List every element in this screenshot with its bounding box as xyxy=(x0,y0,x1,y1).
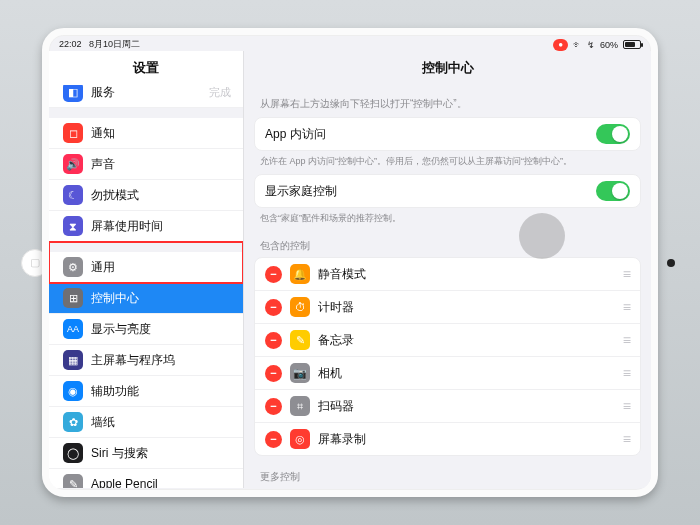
toggle-in-app[interactable] xyxy=(596,124,630,144)
toggle-row-home[interactable]: 显示家庭控制 xyxy=(255,175,640,207)
sidebar-title: 设置 xyxy=(49,51,243,85)
control-icon: 📷 xyxy=(290,363,310,383)
reorder-grip-icon[interactable]: ≡ xyxy=(623,398,630,414)
sidebar-item-control-center[interactable]: ⊞ 控制中心 xyxy=(49,283,243,314)
settings-sidebar: 设置 ◧ 服务 完成 ◻ 通知 🔊 声音 ☾ 勿扰模式 xyxy=(49,51,244,488)
control-row[interactable]: −⏱计时器≡ xyxy=(255,291,640,324)
sidebar-item-home-dock[interactable]: ▦ 主屏幕与程序坞 xyxy=(49,345,243,376)
siri-icon: ◯ xyxy=(63,443,83,463)
screentime-icon: ⧗ xyxy=(63,216,83,236)
sidebar-item-pencil[interactable]: ✎ Apple Pencil xyxy=(49,469,243,488)
control-row[interactable]: −📷相机≡ xyxy=(255,357,640,390)
home-dock-icon: ▦ xyxy=(63,350,83,370)
control-row[interactable]: −⌗扫码器≡ xyxy=(255,390,640,423)
control-icon: ✎ xyxy=(290,330,310,350)
ipad-camera xyxy=(667,259,675,267)
wifi-icon: ᯤ xyxy=(573,40,582,50)
control-label: 扫码器 xyxy=(318,398,615,415)
wallpaper-icon: ✿ xyxy=(63,412,83,432)
intro-text: 从屏幕右上方边缘向下轻扫以打开“控制中心”。 xyxy=(244,85,651,117)
home-footnote: 包含“家庭”配件和场景的推荐控制。 xyxy=(244,208,651,225)
reorder-grip-icon[interactable]: ≡ xyxy=(623,431,630,447)
control-center-icon: ⊞ xyxy=(63,288,83,308)
sidebar-item-general[interactable]: ⚙ 通用 xyxy=(49,242,243,283)
screen: 22:02 8月10日周二 ● ᯤ ↯ 60% 设置 ◧ 服务 完成 ◻ xyxy=(42,28,658,497)
control-label: 相机 xyxy=(318,365,615,382)
status-bar: 22:02 8月10日周二 ● ᯤ ↯ 60% xyxy=(49,35,651,51)
control-label: 备忘录 xyxy=(318,332,615,349)
detail-title: 控制中心 xyxy=(244,51,651,85)
reorder-grip-icon[interactable]: ≡ xyxy=(623,299,630,315)
battery-pct: 60% xyxy=(600,40,618,50)
sidebar-item-screentime[interactable]: ⧗ 屏幕使用时间 xyxy=(49,211,243,242)
reorder-grip-icon[interactable]: ≡ xyxy=(623,266,630,282)
toggle-row-in-app[interactable]: App 内访问 xyxy=(255,118,640,150)
sidebar-item-display[interactable]: AA 显示与亮度 xyxy=(49,314,243,345)
screen-record-indicator[interactable]: ● xyxy=(553,39,568,51)
reorder-grip-icon[interactable]: ≡ xyxy=(623,332,630,348)
sidebar-item-notifications[interactable]: ◻ 通知 xyxy=(49,108,243,149)
in-app-footnote: 允许在 App 内访问“控制中心”。停用后，您仍然可以从主屏幕访问“控制中心”。 xyxy=(244,151,651,168)
general-icon: ⚙ xyxy=(63,257,83,277)
control-icon: ⏱ xyxy=(290,297,310,317)
control-label: 静音模式 xyxy=(318,266,615,283)
touch-cursor xyxy=(519,213,565,259)
control-row[interactable]: −✎备忘录≡ xyxy=(255,324,640,357)
control-row[interactable]: −🔔静音模式≡ xyxy=(255,258,640,291)
control-label: 计时器 xyxy=(318,299,615,316)
control-icon: ◎ xyxy=(290,429,310,449)
status-time: 22:02 xyxy=(59,39,82,49)
control-icon: ⌗ xyxy=(290,396,310,416)
control-label: 屏幕录制 xyxy=(318,431,615,448)
pencil-icon: ✎ xyxy=(63,474,83,488)
bluetooth-icon: ↯ xyxy=(587,40,595,50)
remove-control-button[interactable]: − xyxy=(265,398,282,415)
remove-control-button[interactable]: − xyxy=(265,332,282,349)
reorder-grip-icon[interactable]: ≡ xyxy=(623,365,630,381)
status-date: 8月10日周二 xyxy=(89,39,140,49)
sidebar-item-dnd[interactable]: ☾ 勿扰模式 xyxy=(49,180,243,211)
sidebar-item-wallpaper[interactable]: ✿ 墙纸 xyxy=(49,407,243,438)
services-icon: ◧ xyxy=(63,85,83,102)
sidebar-item-services[interactable]: ◧ 服务 完成 xyxy=(49,85,243,108)
battery-icon xyxy=(623,40,641,49)
remove-control-button[interactable]: − xyxy=(265,299,282,316)
remove-control-button[interactable]: − xyxy=(265,365,282,382)
more-header: 更多控制 xyxy=(244,456,651,488)
toggle-home[interactable] xyxy=(596,181,630,201)
sounds-icon: 🔊 xyxy=(63,154,83,174)
accessibility-icon: ◉ xyxy=(63,381,83,401)
remove-control-button[interactable]: − xyxy=(265,431,282,448)
control-icon: 🔔 xyxy=(290,264,310,284)
display-icon: AA xyxy=(63,319,83,339)
sidebar-item-accessibility[interactable]: ◉ 辅助功能 xyxy=(49,376,243,407)
included-header: 包含的控制 xyxy=(244,225,651,257)
control-row[interactable]: −◎屏幕录制≡ xyxy=(255,423,640,455)
sidebar-item-siri[interactable]: ◯ Siri 与搜索 xyxy=(49,438,243,469)
dnd-icon: ☾ xyxy=(63,185,83,205)
notifications-icon: ◻ xyxy=(63,123,83,143)
remove-control-button[interactable]: − xyxy=(265,266,282,283)
detail-pane: 控制中心 从屏幕右上方边缘向下轻扫以打开“控制中心”。 App 内访问 允许在 … xyxy=(244,51,651,488)
sidebar-item-sounds[interactable]: 🔊 声音 xyxy=(49,149,243,180)
